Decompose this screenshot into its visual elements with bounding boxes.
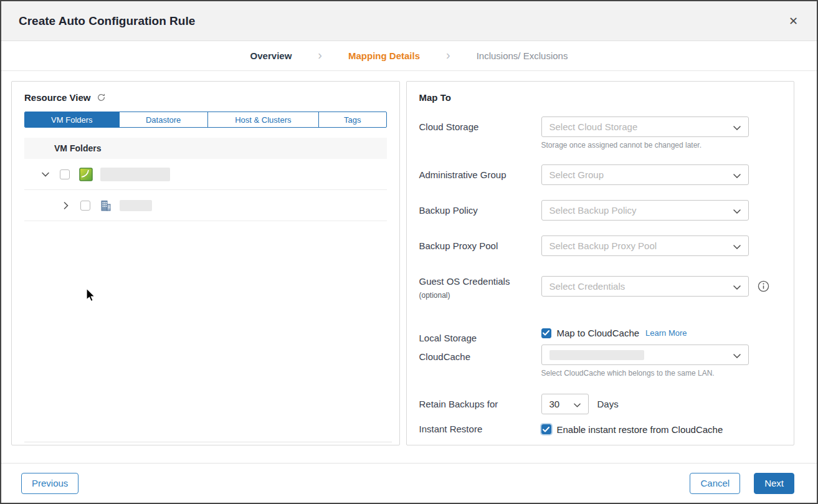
chevron-right-icon: › <box>318 48 322 62</box>
tab-datastore[interactable]: Datastore <box>119 112 207 127</box>
cloud-storage-select[interactable]: Select Cloud Storage <box>541 116 749 137</box>
step-overview[interactable]: Overview <box>250 50 292 61</box>
backup-policy-label: Backup Policy <box>419 200 541 221</box>
previous-button[interactable]: Previous <box>21 473 78 494</box>
learn-more-link[interactable]: Learn More <box>645 328 687 338</box>
chevron-down-icon <box>733 169 741 181</box>
next-button[interactable]: Next <box>754 473 794 494</box>
backup-proxy-pool-label: Backup Proxy Pool <box>419 235 541 256</box>
create-auto-configuration-rule-dialog: Create Auto Configuration Rule ✕ Overvie… <box>0 0 818 504</box>
backup-proxy-pool-placeholder: Select Backup Proxy Pool <box>549 240 657 251</box>
tree-column-header: VM Folders <box>24 138 387 159</box>
backup-policy-placeholder: Select Backup Policy <box>549 205 637 216</box>
guest-os-credentials-placeholder: Select Credentials <box>549 281 625 292</box>
chevron-down-icon <box>733 349 741 361</box>
local-storage-row: Local Storage CloudCache Map to CloudCac… <box>419 328 779 378</box>
chevron-down-icon[interactable] <box>41 172 50 177</box>
admin-group-select[interactable]: Select Group <box>541 164 749 185</box>
map-to-cloudcache-checkbox[interactable] <box>541 328 551 338</box>
chevron-right-icon[interactable] <box>62 202 70 209</box>
instant-restore-label: Instant Restore <box>419 423 541 435</box>
retain-days-select[interactable]: 30 <box>541 394 589 414</box>
resource-view-title: Resource View <box>24 92 90 103</box>
datacenter-name-redacted <box>120 200 152 211</box>
retain-backups-row: Retain Backups for 30 Days <box>419 394 779 414</box>
vcenter-icon <box>79 168 93 181</box>
guest-os-credentials-label: Guest OS Credentials <box>419 275 541 288</box>
tab-host-clusters[interactable]: Host & Clusters <box>207 112 318 127</box>
chevron-down-icon <box>733 121 741 133</box>
admin-group-row: Administrative Group Select Group <box>419 164 779 185</box>
instant-restore-row: Instant Restore Enable instant restore f… <box>419 423 779 435</box>
cloud-storage-row: Cloud Storage Select Cloud Storage Stora… <box>419 116 779 150</box>
resource-view-tabs: VM Folders Datastore Host & Clusters Tag… <box>24 112 387 128</box>
info-icon[interactable] <box>758 280 769 292</box>
guest-os-optional-label: (optional) <box>419 289 541 302</box>
tree-row-datacenter[interactable] <box>24 190 387 221</box>
dialog-footer: Previous Cancel Next <box>1 463 817 503</box>
cloud-storage-helper: Storage once assigned cannot be changed … <box>541 141 749 150</box>
vcenter-checkbox[interactable] <box>60 169 70 179</box>
refresh-icon[interactable] <box>97 93 106 102</box>
cloudcache-label: CloudCache <box>419 351 541 363</box>
backup-policy-row: Backup Policy Select Backup Policy <box>419 200 779 221</box>
vcenter-name-redacted <box>100 168 170 181</box>
scrollbar-track[interactable] <box>24 442 392 442</box>
dialog-header: Create Auto Configuration Rule ✕ <box>1 1 817 41</box>
wizard-stepper: Overview › Mapping Details › Inclusions/… <box>1 41 817 71</box>
chevron-down-icon <box>733 281 741 292</box>
step-inclusions-exclusions[interactable]: Inclusions/ Exclusions <box>477 50 568 61</box>
cloudcache-value-redacted <box>549 350 644 360</box>
backup-proxy-pool-select[interactable]: Select Backup Proxy Pool <box>541 235 749 256</box>
chevron-down-icon <box>733 205 741 216</box>
guest-os-credentials-row: Guest OS Credentials (optional) Select C… <box>419 271 779 302</box>
backup-proxy-pool-row: Backup Proxy Pool Select Backup Proxy Po… <box>419 235 779 256</box>
tab-vm-folders[interactable]: VM Folders <box>25 112 119 127</box>
chevron-down-icon <box>733 240 741 252</box>
tree-row-vcenter[interactable] <box>24 159 387 190</box>
map-to-title: Map To <box>419 92 779 103</box>
close-icon[interactable]: ✕ <box>789 16 798 27</box>
instant-restore-checkbox-label: Enable instant restore from CloudCache <box>557 424 723 435</box>
local-storage-label: Local Storage <box>419 332 541 345</box>
cloudcache-helper: Select CloudCache which belongs to the s… <box>541 369 749 378</box>
admin-group-label: Administrative Group <box>419 164 541 185</box>
cancel-button[interactable]: Cancel <box>690 473 740 494</box>
backup-policy-select[interactable]: Select Backup Policy <box>541 200 749 221</box>
chevron-down-icon <box>574 399 581 410</box>
instant-restore-checkbox[interactable] <box>541 424 551 434</box>
admin-group-placeholder: Select Group <box>549 169 604 180</box>
tab-tags[interactable]: Tags <box>318 112 386 127</box>
dialog-body: Resource View VM Folders Datastore Host … <box>1 71 817 463</box>
map-to-panel: Map To Cloud Storage Select Cloud Storag… <box>406 81 795 445</box>
chevron-right-icon: › <box>446 48 450 62</box>
dialog-title: Create Auto Configuration Rule <box>19 14 195 28</box>
cloud-storage-label: Cloud Storage <box>419 116 541 150</box>
cloudcache-select[interactable] <box>541 345 749 365</box>
retain-backups-label: Retain Backups for <box>419 398 541 411</box>
step-mapping-details[interactable]: Mapping Details <box>348 50 420 61</box>
retain-days-value: 30 <box>549 399 560 409</box>
retain-days-unit: Days <box>597 399 619 409</box>
resource-view-panel: Resource View VM Folders Datastore Host … <box>11 81 400 445</box>
map-to-cloudcache-label: Map to CloudCache <box>557 328 640 338</box>
cloud-storage-placeholder: Select Cloud Storage <box>549 121 638 132</box>
datacenter-icon <box>100 199 112 212</box>
datacenter-checkbox[interactable] <box>80 201 90 211</box>
guest-os-credentials-select[interactable]: Select Credentials <box>541 276 749 297</box>
